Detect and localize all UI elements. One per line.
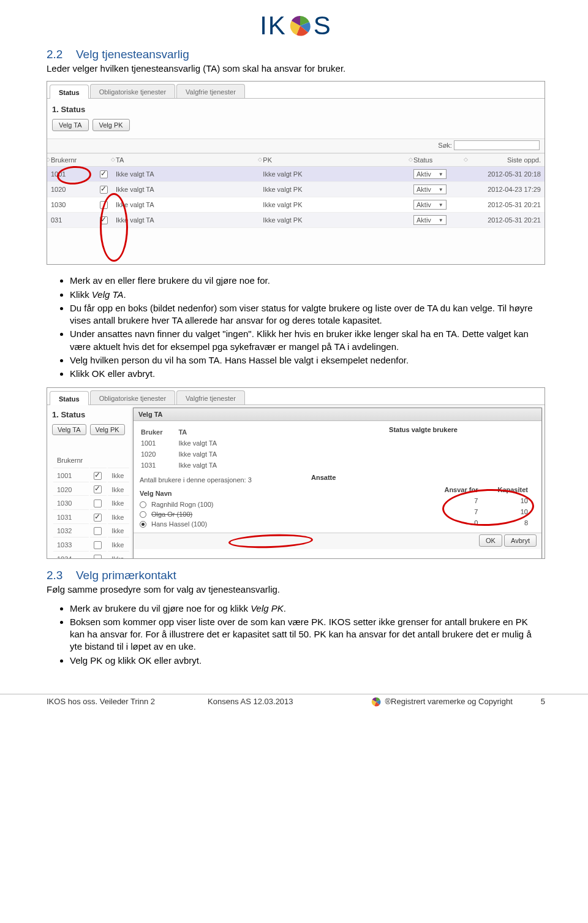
bullet: Velg PK og klikk OK eller avbryt. bbox=[70, 655, 545, 667]
bullet: Merk av en eller flere brukere du vil gj… bbox=[70, 275, 545, 287]
logo: IK S bbox=[47, 11, 545, 40]
logo-text-left: IK bbox=[260, 11, 287, 40]
chevron-down-icon: ▼ bbox=[439, 172, 443, 177]
section-2-3-lead: Følg samme prosedyre som for valg av tje… bbox=[47, 583, 545, 596]
status-title: 1. Status bbox=[52, 410, 130, 419]
modal-row: 1031Ikke valgt TA bbox=[141, 460, 232, 470]
bullet: Merk av brukere du vil gjøre noe for og … bbox=[70, 602, 545, 615]
status-title: 1. Status bbox=[52, 105, 540, 114]
col-pk[interactable]: PK bbox=[259, 154, 410, 167]
bullet: Klikk Velg TA. bbox=[70, 289, 545, 301]
section-2-3-bullets: Merk av brukere du vil gjøre noe for og … bbox=[47, 602, 545, 667]
table-row: 1020Ikke bbox=[53, 484, 129, 496]
table-row: 1034Ikke bbox=[53, 553, 129, 559]
ok-button[interactable]: OK bbox=[479, 534, 502, 547]
tab-valgfrie[interactable]: Valgfrie tjenester bbox=[176, 390, 245, 405]
status-dropdown[interactable]: Aktiv▼ bbox=[413, 184, 447, 194]
col-ta[interactable]: TA bbox=[112, 154, 259, 167]
status-valgte-label: Status valgte brukere bbox=[311, 426, 535, 433]
bullet: Klikk OK eller avbryt. bbox=[70, 368, 545, 380]
status-dropdown[interactable]: Aktiv▼ bbox=[413, 169, 447, 179]
chevron-down-icon: ▼ bbox=[439, 218, 443, 223]
radio-option[interactable]: Hans Hassel (100) bbox=[140, 519, 299, 529]
footer-mid: Konsens AS 12.03.2013 bbox=[208, 697, 293, 706]
row-checkbox[interactable] bbox=[94, 499, 102, 507]
col-status[interactable]: Status bbox=[410, 154, 465, 167]
footer-left: IKOS hos oss. Veileder Trinn 2 bbox=[47, 697, 155, 706]
tab-status[interactable]: Status bbox=[50, 85, 89, 99]
screenshot-1: Status Obligatoriske tjenester Valgfrie … bbox=[47, 81, 545, 265]
radio-option[interactable]: Olga Or (100) bbox=[140, 509, 299, 519]
chevron-down-icon: ▼ bbox=[439, 187, 443, 192]
velg-navn-label: Velg Navn bbox=[140, 490, 299, 497]
table-row: 1032Ikke bbox=[53, 525, 129, 538]
screenshot-2: Status Obligatoriske tjenester Valgfrie … bbox=[47, 387, 545, 559]
table-row: 1033Ikke bbox=[53, 539, 129, 552]
annotation-circle-checkboxes bbox=[100, 193, 128, 262]
chevron-down-icon: ▼ bbox=[439, 202, 443, 208]
tab-obligatoriske[interactable]: Obligatoriske tjenester bbox=[90, 390, 175, 405]
bullet: Boksen som kommer opp viser liste over d… bbox=[70, 616, 545, 653]
radio-label: Olga Or (100) bbox=[151, 511, 192, 518]
tab-status[interactable]: Status bbox=[50, 391, 89, 405]
radio-label: Hans Hassel (100) bbox=[151, 520, 207, 528]
table-row: 1001Ikke bbox=[53, 469, 129, 482]
tab-valgfrie[interactable]: Valgfrie tjenester bbox=[176, 84, 245, 98]
section-2-2-lead: Leder velger hvilken tjenesteansvarlig (… bbox=[47, 63, 545, 75]
search-input[interactable] bbox=[454, 140, 540, 150]
search-label: Søk: bbox=[438, 142, 452, 149]
col-siste-oppd[interactable]: Siste oppd. bbox=[465, 154, 545, 167]
velg-ta-button[interactable]: Velg TA bbox=[52, 119, 89, 131]
operation-count: Antall brukere i denne operasjonen: 3 bbox=[140, 476, 299, 484]
radio-label: Ragnhild Rogn (100) bbox=[151, 501, 214, 508]
velg-pk-button[interactable]: Velg PK bbox=[90, 424, 125, 435]
bullet: Du får opp en boks (bildet nedenfor) som… bbox=[70, 302, 545, 327]
section-2-3-heading: 2.3Velg primærkontakt bbox=[47, 569, 545, 582]
modal-row: 1001Ikke valgt TA bbox=[141, 438, 232, 448]
velg-ta-modal: Velg TA BrukerTA 1001Ikke valgt TA 1020I… bbox=[133, 408, 542, 559]
footer-logo-icon bbox=[371, 697, 381, 707]
bullet: Velg hvilken person du vil ha som TA. Ha… bbox=[70, 354, 545, 367]
modal-title: Velg TA bbox=[134, 408, 541, 421]
table-row[interactable]: 1001Ikke valgt TAIkke valgt PKAktiv▼2012… bbox=[47, 167, 545, 182]
section-2-2-bullets: Merk av en eller flere brukere du vil gj… bbox=[47, 275, 545, 380]
radio-icon bbox=[140, 521, 146, 528]
col-brukernr[interactable]: Brukernr bbox=[47, 154, 96, 167]
modal-row: 1020Ikke valgt TA bbox=[141, 449, 232, 459]
avbryt-button[interactable]: Avbryt bbox=[504, 534, 537, 547]
velg-pk-button[interactable]: Velg PK bbox=[92, 119, 130, 131]
row-checkbox[interactable] bbox=[100, 170, 108, 178]
page-number: 5 bbox=[541, 697, 545, 706]
row-checkbox[interactable] bbox=[94, 541, 102, 549]
row-checkbox[interactable] bbox=[94, 527, 102, 535]
ansatte-label: Ansatte bbox=[311, 474, 535, 481]
section-2-2-heading: 2.2Velg tjenesteansvarlig bbox=[47, 48, 545, 61]
row-checkbox[interactable] bbox=[94, 555, 102, 559]
page-footer: IKOS hos oss. Veileder Trinn 2 Konsens A… bbox=[0, 697, 588, 713]
table-row[interactable]: 1020Ikke valgt TAIkke valgt PKAktiv▼2012… bbox=[47, 182, 545, 197]
radio-icon bbox=[140, 511, 146, 518]
row-checkbox[interactable] bbox=[94, 472, 102, 480]
table-row: 1030Ikke bbox=[53, 497, 129, 510]
tab-obligatoriske[interactable]: Obligatoriske tjenester bbox=[90, 84, 175, 98]
radio-icon bbox=[140, 501, 146, 508]
row-checkbox[interactable] bbox=[94, 514, 102, 522]
logo-pie-icon bbox=[289, 15, 311, 37]
status-dropdown[interactable]: Aktiv▼ bbox=[413, 200, 447, 210]
table-row: 1031Ikke bbox=[53, 511, 129, 524]
row-checkbox[interactable] bbox=[100, 186, 108, 194]
logo-text-right: S bbox=[314, 11, 332, 40]
bullet: Under ansattes navn finner du valget "in… bbox=[70, 328, 545, 353]
row-checkbox[interactable] bbox=[94, 485, 102, 493]
footer-right: ®Registrert varemerke og Copyright bbox=[385, 697, 512, 706]
status-dropdown[interactable]: Aktiv▼ bbox=[413, 215, 447, 225]
velg-ta-button[interactable]: Velg TA bbox=[52, 424, 86, 435]
radio-option[interactable]: Ragnhild Rogn (100) bbox=[140, 499, 299, 509]
